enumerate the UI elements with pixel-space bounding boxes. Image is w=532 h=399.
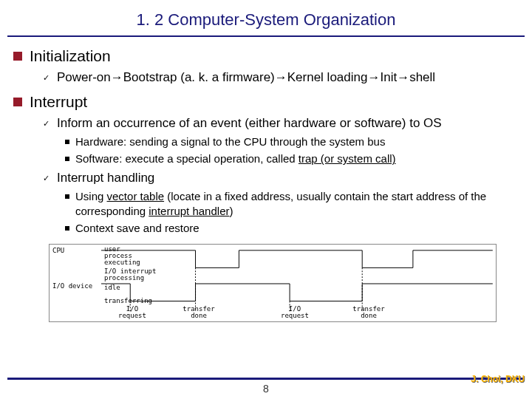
diagram-state-label: transferring — [104, 298, 152, 304]
slide-title: 1. 2 Computer-System Organization — [0, 0, 532, 35]
list-item-text: Power-on→Bootstrap (a. k. a firmware)→Ke… — [57, 69, 435, 86]
diagram-event-label: I/O request — [115, 306, 150, 320]
small-square-bullet-icon — [65, 157, 69, 161]
diagram-row-label: I/O device — [52, 283, 92, 290]
title-rule — [7, 35, 525, 37]
section-heading-text: Initialization — [30, 47, 111, 65]
page-number: 8 — [0, 383, 532, 395]
section-heading: Initialization — [13, 47, 519, 65]
sub-item: Using vector table (locate in a fixed ad… — [65, 189, 519, 219]
diagram-state-label: user process executing — [104, 246, 140, 267]
small-square-bullet-icon — [65, 140, 69, 144]
square-bullet-icon — [13, 98, 22, 106]
check-icon: ✓ — [43, 119, 50, 129]
square-bullet-icon — [13, 52, 22, 61]
section-heading-text: Interrupt — [30, 93, 87, 111]
sub-item-text: Using vector table (locate in a fixed ad… — [75, 189, 519, 219]
sub-item: Software: execute a special operation, c… — [65, 151, 519, 166]
small-square-bullet-icon — [65, 226, 69, 231]
check-icon: ✓ — [43, 174, 50, 183]
list-item-text: Inform an occurrence of an event (either… — [57, 115, 442, 132]
diagram-state-label: I/O interrupt processing — [104, 268, 156, 282]
check-icon: ✓ — [43, 73, 50, 83]
list-item-text: Interrupt handling — [57, 170, 154, 186]
content-area: Initialization ✓ Power-on→Bootstrap (a. … — [0, 47, 532, 322]
sub-item: Context save and restore — [65, 221, 519, 236]
list-item: ✓ Inform an occurrence of an event (eith… — [43, 115, 519, 132]
list-item: ✓ Interrupt handling — [43, 170, 519, 186]
diagram-event-label: transfer done — [181, 306, 216, 320]
sub-item: Hardware: sending a signal to the CPU th… — [65, 134, 519, 149]
sub-item-text: Context save and restore — [75, 221, 200, 236]
timing-diagram: CPU I/O device user process executing I/… — [49, 244, 497, 322]
footer-rule — [7, 378, 525, 380]
diagram-event-label: transfer done — [351, 306, 386, 320]
sub-item-text: Software: execute a special operation, c… — [75, 151, 396, 166]
list-item: ✓ Power-on→Bootstrap (a. k. a firmware)→… — [43, 69, 519, 86]
section-heading: Interrupt — [13, 93, 519, 111]
diagram-row-label: CPU — [52, 248, 64, 254]
diagram-state-label: idle — [104, 284, 120, 291]
credit-text: J. Choi, DKU — [471, 374, 525, 384]
diagram-event-label: I/O request — [277, 306, 313, 320]
small-square-bullet-icon — [65, 194, 69, 199]
sub-item-text: Hardware: sending a signal to the CPU th… — [75, 134, 385, 149]
